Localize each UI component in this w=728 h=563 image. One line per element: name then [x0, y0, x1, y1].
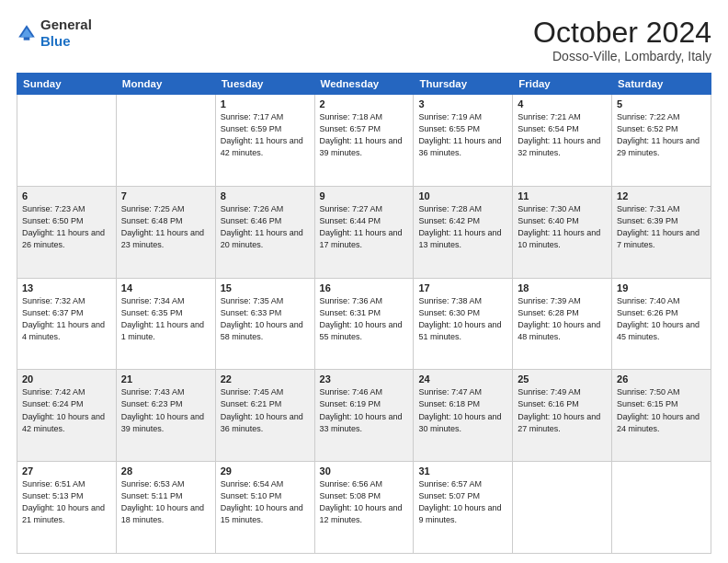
day-info: Sunrise: 7:25 AMSunset: 6:48 PMDaylight:…: [121, 203, 210, 251]
day-header: Friday: [513, 74, 612, 95]
day-number: 25: [518, 373, 607, 385]
day-number: 30: [320, 465, 409, 477]
day-number: 23: [320, 373, 409, 385]
calendar-cell: 18Sunrise: 7:39 AMSunset: 6:28 PMDayligh…: [513, 278, 612, 370]
day-number: 21: [121, 373, 210, 385]
day-info: Sunrise: 7:27 AMSunset: 6:44 PMDaylight:…: [320, 203, 409, 251]
calendar-cell: 5Sunrise: 7:22 AMSunset: 6:52 PMDaylight…: [612, 95, 711, 187]
day-number: 10: [418, 190, 507, 201]
day-number: 3: [418, 98, 507, 109]
day-info: Sunrise: 7:18 AMSunset: 6:57 PMDaylight:…: [320, 111, 409, 159]
day-info: Sunrise: 7:19 AMSunset: 6:55 PMDaylight:…: [418, 111, 507, 159]
day-info: Sunrise: 7:38 AMSunset: 6:30 PMDaylight:…: [418, 295, 507, 343]
day-number: 7: [121, 190, 210, 201]
day-info: Sunrise: 6:51 AMSunset: 5:13 PMDaylight:…: [22, 478, 111, 526]
calendar-cell: 9Sunrise: 7:27 AMSunset: 6:44 PMDaylight…: [314, 186, 414, 278]
day-number: 31: [418, 465, 507, 477]
day-info: Sunrise: 6:53 AMSunset: 5:11 PMDaylight:…: [121, 478, 210, 526]
day-header: Saturday: [612, 74, 711, 95]
calendar-cell: 31Sunrise: 6:57 AMSunset: 5:07 PMDayligh…: [414, 462, 513, 554]
calendar-cell: 4Sunrise: 7:21 AMSunset: 6:54 PMDaylight…: [513, 95, 612, 187]
day-number: 16: [320, 282, 409, 293]
day-info: Sunrise: 7:35 AMSunset: 6:33 PMDaylight:…: [221, 295, 310, 343]
calendar-cell: 17Sunrise: 7:38 AMSunset: 6:30 PMDayligh…: [414, 278, 513, 370]
calendar-week-row: 20Sunrise: 7:42 AMSunset: 6:24 PMDayligh…: [17, 370, 711, 462]
calendar-cell: 25Sunrise: 7:49 AMSunset: 6:16 PMDayligh…: [513, 370, 612, 462]
day-info: Sunrise: 7:47 AMSunset: 6:18 PMDaylight:…: [418, 386, 507, 434]
calendar-cell: 14Sunrise: 7:34 AMSunset: 6:35 PMDayligh…: [116, 278, 215, 370]
day-number: 5: [617, 98, 706, 109]
header-right: October 2024 Dosso-Ville, Lombardy, Ital…: [533, 17, 711, 63]
day-info: Sunrise: 6:54 AMSunset: 5:10 PMDaylight:…: [221, 478, 310, 526]
day-number: 20: [22, 373, 111, 385]
calendar-cell: 13Sunrise: 7:32 AMSunset: 6:37 PMDayligh…: [17, 278, 117, 370]
logo-text: General Blue: [40, 17, 92, 50]
calendar-cell: 19Sunrise: 7:40 AMSunset: 6:26 PMDayligh…: [612, 278, 711, 370]
day-number: 17: [418, 282, 507, 293]
day-header: Sunday: [17, 74, 117, 95]
calendar-cell: 29Sunrise: 6:54 AMSunset: 5:10 PMDayligh…: [215, 462, 314, 554]
calendar-cell: 16Sunrise: 7:36 AMSunset: 6:31 PMDayligh…: [314, 278, 414, 370]
day-info: Sunrise: 7:28 AMSunset: 6:42 PMDaylight:…: [418, 203, 507, 251]
location: Dosso-Ville, Lombardy, Italy: [533, 49, 711, 63]
day-number: 6: [22, 190, 111, 201]
day-number: 29: [221, 465, 310, 477]
svg-rect-2: [24, 37, 30, 40]
day-info: Sunrise: 6:56 AMSunset: 5:08 PMDaylight:…: [320, 478, 409, 526]
day-header: Tuesday: [215, 74, 314, 95]
calendar-cell: [513, 462, 612, 554]
day-info: Sunrise: 7:46 AMSunset: 6:19 PMDaylight:…: [320, 386, 409, 434]
day-info: Sunrise: 7:45 AMSunset: 6:21 PMDaylight:…: [221, 386, 310, 434]
day-info: Sunrise: 7:36 AMSunset: 6:31 PMDaylight:…: [320, 295, 409, 343]
calendar-cell: 11Sunrise: 7:30 AMSunset: 6:40 PMDayligh…: [513, 186, 612, 278]
day-number: 24: [418, 373, 507, 385]
day-number: 2: [320, 98, 409, 109]
calendar-cell: [116, 95, 215, 187]
day-info: Sunrise: 7:43 AMSunset: 6:23 PMDaylight:…: [121, 386, 210, 434]
calendar-week-row: 13Sunrise: 7:32 AMSunset: 6:37 PMDayligh…: [17, 278, 711, 370]
calendar-cell: 3Sunrise: 7:19 AMSunset: 6:55 PMDaylight…: [414, 95, 513, 187]
calendar-cell: 28Sunrise: 6:53 AMSunset: 5:11 PMDayligh…: [116, 462, 215, 554]
calendar-week-row: 27Sunrise: 6:51 AMSunset: 5:13 PMDayligh…: [17, 462, 711, 554]
calendar-cell: 6Sunrise: 7:23 AMSunset: 6:50 PMDaylight…: [17, 186, 117, 278]
day-number: 18: [518, 282, 607, 293]
day-info: Sunrise: 7:42 AMSunset: 6:24 PMDaylight:…: [22, 386, 111, 434]
header: General Blue October 2024 Dosso-Ville, L…: [17, 17, 711, 63]
calendar-cell: 7Sunrise: 7:25 AMSunset: 6:48 PMDaylight…: [116, 186, 215, 278]
calendar-cell: 20Sunrise: 7:42 AMSunset: 6:24 PMDayligh…: [17, 370, 117, 462]
calendar-cell: 2Sunrise: 7:18 AMSunset: 6:57 PMDaylight…: [314, 95, 414, 187]
day-header: Thursday: [414, 74, 513, 95]
day-info: Sunrise: 7:17 AMSunset: 6:59 PMDaylight:…: [221, 111, 310, 159]
calendar-cell: 24Sunrise: 7:47 AMSunset: 6:18 PMDayligh…: [414, 370, 513, 462]
month-title: October 2024: [533, 17, 711, 49]
day-info: Sunrise: 7:22 AMSunset: 6:52 PMDaylight:…: [617, 111, 706, 159]
day-number: 19: [617, 282, 706, 293]
day-info: Sunrise: 7:26 AMSunset: 6:46 PMDaylight:…: [221, 203, 310, 251]
day-number: 13: [22, 282, 111, 293]
day-info: Sunrise: 7:32 AMSunset: 6:37 PMDaylight:…: [22, 295, 111, 343]
day-number: 14: [121, 282, 210, 293]
calendar-week-row: 1Sunrise: 7:17 AMSunset: 6:59 PMDaylight…: [17, 95, 711, 187]
day-number: 28: [121, 465, 210, 477]
calendar-cell: 8Sunrise: 7:26 AMSunset: 6:46 PMDaylight…: [215, 186, 314, 278]
calendar-cell: 22Sunrise: 7:45 AMSunset: 6:21 PMDayligh…: [215, 370, 314, 462]
header-row: SundayMondayTuesdayWednesdayThursdayFrid…: [17, 74, 711, 95]
day-info: Sunrise: 7:39 AMSunset: 6:28 PMDaylight:…: [518, 295, 607, 343]
logo-icon: [17, 23, 37, 43]
day-number: 12: [617, 190, 706, 201]
day-number: 8: [221, 190, 310, 201]
logo: General Blue: [17, 17, 92, 50]
day-number: 22: [221, 373, 310, 385]
day-info: Sunrise: 7:23 AMSunset: 6:50 PMDaylight:…: [22, 203, 111, 251]
day-number: 26: [617, 373, 706, 385]
day-header: Monday: [116, 74, 215, 95]
day-number: 15: [221, 282, 310, 293]
day-number: 27: [22, 465, 111, 477]
calendar-cell: 21Sunrise: 7:43 AMSunset: 6:23 PMDayligh…: [116, 370, 215, 462]
day-info: Sunrise: 7:49 AMSunset: 6:16 PMDaylight:…: [518, 386, 607, 434]
day-info: Sunrise: 7:30 AMSunset: 6:40 PMDaylight:…: [518, 203, 607, 251]
day-info: Sunrise: 7:31 AMSunset: 6:39 PMDaylight:…: [617, 203, 706, 251]
day-info: Sunrise: 6:57 AMSunset: 5:07 PMDaylight:…: [418, 478, 507, 526]
calendar-cell: [17, 95, 117, 187]
calendar-cell: 27Sunrise: 6:51 AMSunset: 5:13 PMDayligh…: [17, 462, 117, 554]
